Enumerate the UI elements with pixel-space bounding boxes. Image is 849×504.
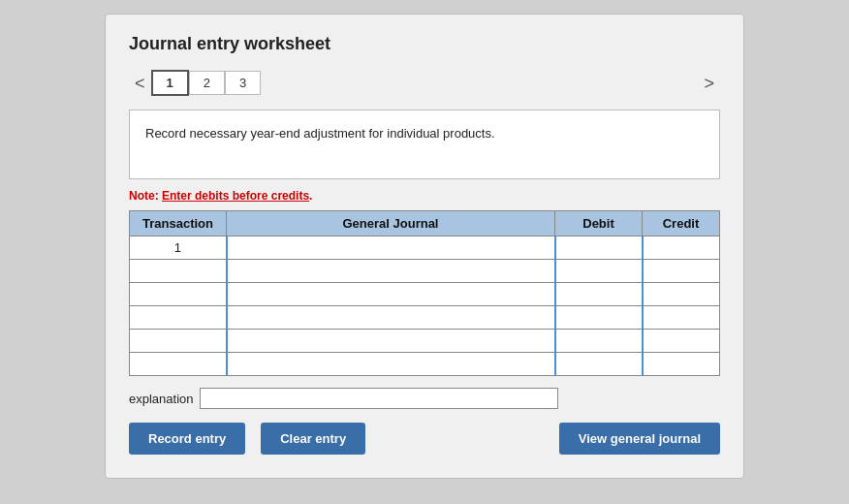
credit-input[interactable]	[644, 260, 720, 282]
prev-arrow-button[interactable]: <	[129, 73, 151, 94]
credit-input[interactable]	[644, 236, 720, 259]
transaction-cell: 1	[130, 236, 227, 260]
credit-cell[interactable]	[643, 306, 720, 330]
credit-cell[interactable]	[643, 330, 720, 353]
header-debit: Debit	[555, 211, 643, 236]
debit-cell[interactable]	[555, 283, 643, 306]
debit-input[interactable]	[556, 353, 642, 375]
journal-cell[interactable]	[227, 330, 555, 353]
note-prefix: Note:	[129, 189, 159, 203]
explanation-label: explanation	[129, 392, 194, 406]
table-row	[130, 353, 720, 376]
debit-input[interactable]	[556, 283, 642, 305]
tabs-row: < 1 2 3 >	[129, 70, 720, 96]
journal-input[interactable]	[228, 330, 554, 352]
journal-cell[interactable]	[227, 283, 555, 306]
credit-cell[interactable]	[643, 353, 720, 376]
journal-cell[interactable]	[227, 236, 555, 260]
credit-input[interactable]	[644, 330, 720, 352]
buttons-row: Record entry Clear entry View general jo…	[129, 423, 720, 455]
debit-input[interactable]	[556, 306, 642, 329]
transaction-cell	[130, 283, 227, 306]
record-entry-button[interactable]: Record entry	[129, 423, 245, 455]
credit-cell[interactable]	[643, 260, 720, 283]
journal-table: Transaction General Journal Debit Credit…	[129, 210, 720, 376]
view-general-journal-button[interactable]: View general journal	[559, 423, 720, 455]
transaction-cell	[130, 353, 227, 376]
journal-input[interactable]	[228, 353, 554, 375]
journal-input[interactable]	[228, 306, 554, 329]
header-credit: Credit	[643, 211, 720, 236]
tab-2[interactable]: 2	[189, 71, 225, 95]
header-transaction: Transaction	[130, 211, 227, 236]
table-row	[130, 306, 720, 330]
note-text: Note: Enter debits before credits.	[129, 189, 720, 203]
credit-input[interactable]	[644, 353, 720, 375]
transaction-cell	[130, 330, 227, 353]
credit-input[interactable]	[644, 283, 720, 305]
explanation-input[interactable]	[200, 388, 558, 409]
journal-input[interactable]	[228, 283, 554, 305]
debit-cell[interactable]	[555, 353, 643, 376]
debit-cell[interactable]	[555, 260, 643, 283]
debit-cell[interactable]	[555, 306, 643, 330]
transaction-cell	[130, 306, 227, 330]
instructions-text: Record necessary year-end adjustment for…	[145, 126, 495, 141]
header-general-journal: General Journal	[227, 211, 555, 236]
table-row: 1	[130, 236, 720, 260]
table-row	[130, 283, 720, 306]
table-row	[130, 330, 720, 353]
journal-input[interactable]	[228, 260, 554, 282]
instructions-box: Record necessary year-end adjustment for…	[129, 110, 720, 179]
debit-input[interactable]	[556, 330, 642, 352]
note-suffix: .	[309, 189, 312, 203]
debit-input[interactable]	[556, 260, 642, 282]
journal-entry-worksheet-card: Journal entry worksheet < 1 2 3 > Record…	[105, 14, 744, 479]
journal-cell[interactable]	[227, 353, 555, 376]
card-title: Journal entry worksheet	[129, 34, 720, 54]
credit-cell[interactable]	[643, 236, 720, 260]
tab-1[interactable]: 1	[151, 70, 189, 96]
table-row	[130, 260, 720, 283]
transaction-cell	[130, 260, 227, 283]
next-arrow-button[interactable]: >	[698, 73, 720, 94]
debit-input[interactable]	[556, 236, 642, 259]
clear-entry-button[interactable]: Clear entry	[261, 423, 365, 455]
journal-cell[interactable]	[227, 260, 555, 283]
explanation-row: explanation	[129, 388, 720, 409]
tab-3[interactable]: 3	[225, 71, 261, 95]
debit-cell[interactable]	[555, 330, 643, 353]
credit-cell[interactable]	[643, 283, 720, 306]
debit-cell[interactable]	[555, 236, 643, 260]
journal-input[interactable]	[228, 236, 554, 259]
credit-input[interactable]	[644, 306, 720, 329]
journal-cell[interactable]	[227, 306, 555, 330]
note-bold: Enter debits before credits	[162, 189, 309, 203]
